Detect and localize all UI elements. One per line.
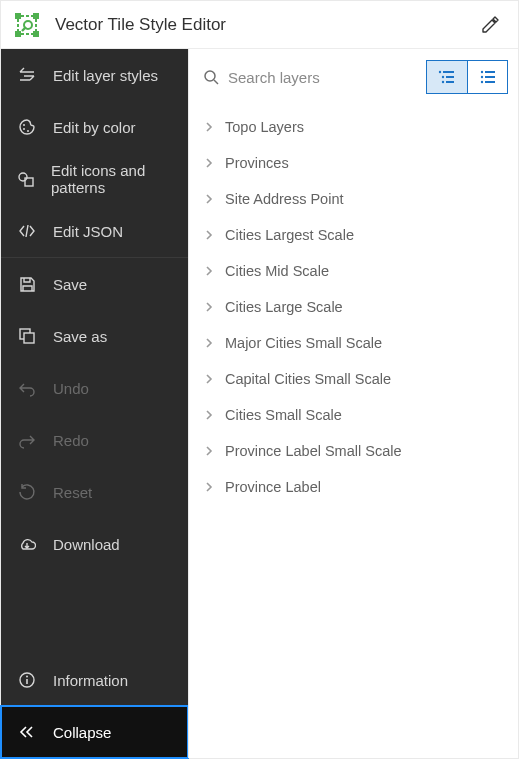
chevron-right-icon	[203, 337, 215, 349]
chevron-right-icon	[203, 445, 215, 457]
layer-label: Cities Large Scale	[225, 299, 343, 315]
layer-row[interactable]: Major Cities Small Scale	[197, 325, 518, 361]
chevron-right-icon	[203, 481, 215, 493]
svg-point-5	[23, 124, 25, 126]
chevron-right-icon	[203, 157, 215, 169]
sidebar-item-label: Edit JSON	[53, 223, 123, 240]
sidebar-item-save[interactable]: Save	[1, 258, 188, 310]
svg-point-8	[19, 173, 27, 181]
layer-label: Cities Mid Scale	[225, 263, 329, 279]
svg-point-19	[442, 81, 444, 83]
list-indent-icon	[438, 69, 456, 85]
collapse-icon	[17, 723, 37, 741]
svg-point-17	[442, 76, 444, 78]
layer-label: Site Address Point	[225, 191, 344, 207]
undo-icon	[17, 379, 37, 397]
sidebar-item-label: Information	[53, 672, 128, 689]
svg-rect-26	[485, 81, 495, 83]
layer-label: Topo Layers	[225, 119, 304, 135]
sidebar-item-label: Undo	[53, 380, 89, 397]
app-header: Vector Tile Style Editor	[1, 1, 518, 49]
svg-point-21	[480, 71, 482, 73]
sidebar-item-edit-json[interactable]: Edit JSON	[1, 205, 188, 257]
code-icon	[17, 222, 37, 240]
download-icon	[17, 535, 37, 553]
layers-panel: Topo Layers Provinces Site Address Point…	[188, 49, 518, 758]
sidebar-item-label: Save as	[53, 328, 107, 345]
reset-icon	[17, 483, 37, 501]
layers-icon	[17, 66, 37, 84]
svg-rect-11	[24, 333, 34, 343]
list-icon	[479, 69, 497, 85]
save-as-icon	[17, 327, 37, 345]
layer-row[interactable]: Province Label	[197, 469, 518, 505]
app-logo-icon	[13, 11, 41, 39]
sidebar-item-collapse[interactable]: Collapse	[1, 706, 188, 758]
svg-point-14	[205, 71, 215, 81]
edit-title-button[interactable]	[474, 9, 506, 41]
search-wrap	[203, 69, 418, 86]
sidebar-item-redo: Redo	[1, 414, 188, 466]
svg-point-13	[26, 676, 28, 678]
sidebar-item-label: Save	[53, 276, 87, 293]
layer-label: Cities Largest Scale	[225, 227, 354, 243]
sidebar-item-label: Collapse	[53, 724, 111, 741]
redo-icon	[17, 431, 37, 449]
info-icon	[17, 671, 37, 689]
sidebar-item-download[interactable]: Download	[1, 518, 188, 570]
layer-label: Province Label	[225, 479, 321, 495]
svg-rect-24	[485, 76, 495, 78]
svg-rect-0	[15, 13, 21, 19]
layer-row[interactable]: Province Label Small Scale	[197, 433, 518, 469]
layer-label: Provinces	[225, 155, 289, 171]
sidebar: Edit layer styles Edit by color Edit ico…	[1, 49, 188, 758]
svg-point-7	[27, 130, 29, 132]
svg-point-15	[439, 71, 441, 73]
search-input[interactable]	[228, 69, 418, 86]
layer-label: Province Label Small Scale	[225, 443, 402, 459]
chevron-right-icon	[203, 193, 215, 205]
svg-rect-3	[33, 31, 39, 37]
save-icon	[17, 275, 37, 293]
layer-label: Major Cities Small Scale	[225, 335, 382, 351]
svg-rect-18	[446, 76, 454, 78]
layer-list: Topo Layers Provinces Site Address Point…	[189, 105, 518, 505]
layer-row[interactable]: Capital Cities Small Scale	[197, 361, 518, 397]
layer-row[interactable]: Site Address Point	[197, 181, 518, 217]
layer-row[interactable]: Cities Large Scale	[197, 289, 518, 325]
sidebar-item-information[interactable]: Information	[1, 654, 188, 706]
app-title: Vector Tile Style Editor	[55, 15, 226, 35]
sidebar-item-label: Edit by color	[53, 119, 136, 136]
layer-row[interactable]: Provinces	[197, 145, 518, 181]
svg-point-23	[480, 76, 482, 78]
svg-rect-16	[443, 71, 454, 73]
view-list-flat-button[interactable]	[467, 61, 507, 93]
chevron-right-icon	[203, 409, 215, 421]
pencil-icon	[481, 16, 499, 34]
svg-rect-1	[33, 13, 39, 19]
sidebar-item-edit-by-color[interactable]: Edit by color	[1, 101, 188, 153]
svg-rect-2	[15, 31, 21, 37]
svg-rect-22	[485, 71, 495, 73]
sidebar-item-edit-layer-styles[interactable]: Edit layer styles	[1, 49, 188, 101]
layer-label: Capital Cities Small Scale	[225, 371, 391, 387]
chevron-right-icon	[203, 373, 215, 385]
view-toggle	[426, 60, 508, 94]
layer-row[interactable]: Cities Small Scale	[197, 397, 518, 433]
sidebar-item-label: Edit layer styles	[53, 67, 158, 84]
sidebar-item-edit-icons-patterns[interactable]: Edit icons and patterns	[1, 153, 188, 205]
sidebar-item-save-as[interactable]: Save as	[1, 310, 188, 362]
sidebar-item-reset: Reset	[1, 466, 188, 518]
layer-row[interactable]: Cities Mid Scale	[197, 253, 518, 289]
view-list-categorized-button[interactable]	[427, 61, 467, 93]
palette-icon	[17, 118, 37, 136]
layer-row[interactable]: Cities Largest Scale	[197, 217, 518, 253]
sidebar-item-label: Download	[53, 536, 120, 553]
search-icon	[203, 69, 220, 86]
panel-toolbar	[189, 49, 518, 105]
layer-row[interactable]: Topo Layers	[197, 109, 518, 145]
svg-rect-20	[446, 81, 454, 83]
svg-point-25	[480, 81, 482, 83]
layer-label: Cities Small Scale	[225, 407, 342, 423]
chevron-right-icon	[203, 301, 215, 313]
